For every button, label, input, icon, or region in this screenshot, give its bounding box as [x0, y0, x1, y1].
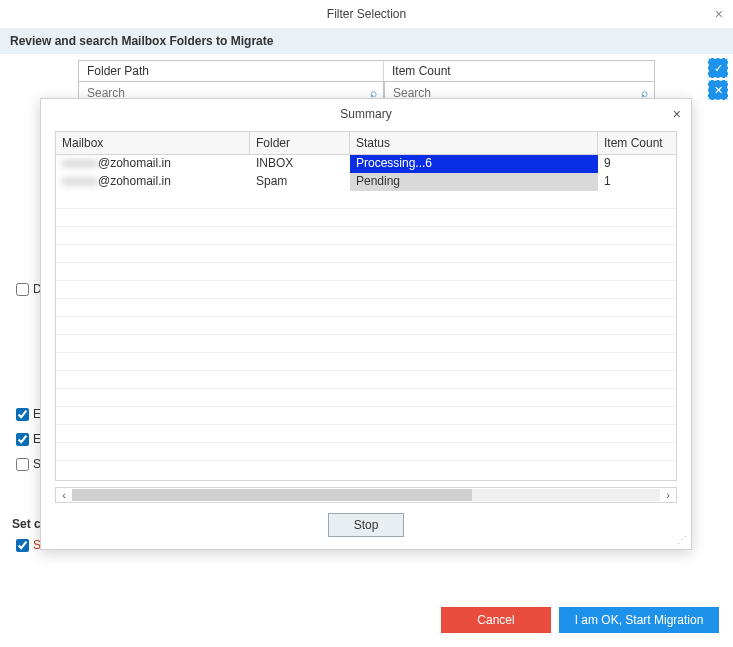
options-panel: D E E S: [12, 280, 42, 480]
table-row: [56, 353, 676, 371]
folders-table-header: Folder Path Item Count: [78, 60, 655, 82]
close-icon[interactable]: ×: [715, 6, 723, 22]
table-row: [56, 227, 676, 245]
cancel-button[interactable]: Cancel: [441, 607, 551, 633]
table-row: [56, 245, 676, 263]
selection-tool-icons: ✓ ✕: [708, 58, 728, 100]
cell-status: Pending: [350, 173, 598, 191]
column-item-count[interactable]: Item Count: [598, 132, 676, 154]
table-row: [56, 263, 676, 281]
table-row: [56, 317, 676, 335]
table-row: [56, 299, 676, 317]
table-row: [56, 443, 676, 461]
table-row: [56, 407, 676, 425]
table-row: [56, 335, 676, 353]
modal-title: Summary: [340, 107, 391, 121]
column-folder-path[interactable]: Folder Path: [79, 61, 384, 81]
cell-item-count: 9: [598, 155, 676, 173]
cell-item-count: 1: [598, 173, 676, 191]
column-folder[interactable]: Folder: [250, 132, 350, 154]
section-header: Review and search Mailbox Folders to Mig…: [0, 28, 733, 54]
cell-folder: Spam: [250, 173, 350, 191]
table-row[interactable]: xxxxxx@zohomail.inINBOXProcessing...69: [56, 155, 676, 173]
option-s[interactable]: S: [12, 455, 42, 474]
cell-mailbox: xxxxxx@zohomail.in: [56, 155, 250, 173]
scroll-left-icon[interactable]: ‹: [56, 489, 72, 501]
modal-footer: Stop ⋰: [41, 503, 691, 549]
window-title-bar: Filter Selection ×: [0, 0, 733, 28]
filter-selection-window: Filter Selection × Review and search Mai…: [0, 0, 733, 647]
option-e2[interactable]: E: [12, 430, 42, 449]
stop-button[interactable]: Stop: [328, 513, 404, 537]
summary-grid-header: Mailbox Folder Status Item Count: [56, 132, 676, 155]
resize-grip-icon[interactable]: ⋰: [677, 534, 685, 545]
table-row: [56, 425, 676, 443]
close-icon[interactable]: ×: [673, 106, 681, 122]
scroll-right-icon[interactable]: ›: [660, 489, 676, 501]
table-row: [56, 371, 676, 389]
select-all-icon[interactable]: ✓: [708, 58, 728, 78]
start-migration-button[interactable]: I am OK, Start Migration: [559, 607, 719, 633]
deselect-all-icon[interactable]: ✕: [708, 80, 728, 100]
modal-title-bar: Summary ×: [41, 99, 691, 127]
cell-status: Processing...6: [350, 155, 598, 173]
column-mailbox[interactable]: Mailbox: [56, 132, 250, 154]
table-row: [56, 281, 676, 299]
scroll-track[interactable]: [72, 489, 660, 501]
cell-mailbox: xxxxxx@zohomail.in: [56, 173, 250, 191]
dialog-footer: Cancel I am OK, Start Migration: [441, 607, 719, 633]
option-s2[interactable]: S: [12, 536, 41, 555]
summary-grid-body: xxxxxx@zohomail.inINBOXProcessing...69xx…: [56, 155, 676, 480]
table-row[interactable]: xxxxxx@zohomail.inSpamPending1: [56, 173, 676, 191]
table-row: [56, 389, 676, 407]
column-status[interactable]: Status: [350, 132, 598, 154]
summary-grid: Mailbox Folder Status Item Count xxxxxx@…: [55, 131, 677, 481]
table-row: [56, 191, 676, 209]
window-title: Filter Selection: [327, 7, 406, 21]
option-d[interactable]: D: [12, 280, 42, 299]
summary-modal: Summary × Mailbox Folder Status Item Cou…: [40, 98, 692, 550]
column-item-count[interactable]: Item Count: [384, 61, 654, 81]
option-e1[interactable]: E: [12, 405, 42, 424]
set-label: Set c: [12, 517, 41, 531]
cell-folder: INBOX: [250, 155, 350, 173]
scroll-thumb[interactable]: [72, 489, 472, 501]
horizontal-scrollbar[interactable]: ‹ ›: [55, 487, 677, 503]
table-row: [56, 209, 676, 227]
